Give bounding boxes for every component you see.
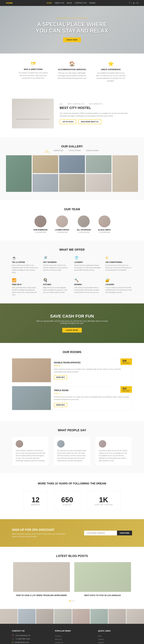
team-avatar-2 — [56, 216, 68, 227]
offer-lockers: 🔐 LOCKERS It is your safety our priority… — [105, 278, 132, 296]
twitter-icon[interactable]: t — [131, 2, 132, 4]
subscribe-button[interactable]: SUBSCRIBE — [117, 530, 132, 536]
gallery-tab-dining[interactable]: DINING ROOMS — [85, 149, 100, 152]
offer-laundry-text: Spend more time exploring and leave the … — [74, 264, 101, 271]
thumb-2[interactable] — [18, 609, 36, 624]
offer-ironing-text: Look smart and presentable with our iron… — [74, 286, 101, 294]
footer-link-services[interactable]: Services — [55, 634, 89, 638]
blog-image-1 — [13, 562, 70, 592]
room-text-2: Perfect for group travelers, our triple … — [54, 396, 129, 401]
hero-title-line1: A SPECIAL PLACE WHERE — [37, 21, 107, 27]
hero-title-line2: YOU CAN STAY AND RELAX — [36, 28, 108, 34]
stat-coffee-label: CUPS OF COFFEE — [94, 504, 113, 506]
room-price-label-1: PER NIGHT — [122, 362, 130, 364]
nav-about[interactable]: ABOUT US — [55, 2, 64, 4]
team-member-2: LAUREN GRANT +1 000 000 1060 — [55, 216, 69, 233]
thumb-7[interactable] — [108, 609, 126, 624]
nav-contact[interactable]: CONTACT US — [75, 2, 86, 4]
testimonial-avatar-2 — [57, 440, 65, 448]
learn-more-button[interactable]: LEARN MORE — [62, 328, 82, 332]
team-avatar-4 — [99, 216, 110, 227]
nav-pages[interactable]: PAGES — [89, 2, 95, 4]
blog-dot-3[interactable] — [74, 600, 75, 602]
facebook-icon[interactable]: f — [129, 2, 129, 4]
thumb-1[interactable] — [0, 609, 18, 624]
thumb-3[interactable] — [36, 609, 54, 624]
footer-quick-blog[interactable]: Blog — [98, 634, 132, 638]
room-title-2: TRIPLE ROOM — [54, 389, 129, 392]
stats-section: MORE THAN 10 YEARS OF FOLLOWING THE DREA… — [0, 473, 144, 519]
room-more-btn-2[interactable]: MORE INFO — [54, 403, 67, 407]
blog-title: LATEST BLOG POSTS — [12, 554, 132, 558]
shower-icon: 🚿 — [43, 256, 70, 260]
thumb-4[interactable] — [54, 609, 72, 624]
offer-lockers-text: It is your safety our priority. We provi… — [105, 286, 132, 294]
stat-awards: 12 AWARDS — [23, 491, 47, 510]
team-grid: SAM ROBINSON +1 000 000 1060 LAUREN GRAN… — [12, 216, 132, 233]
offer-ac-title: AIR CONDITIONING — [105, 261, 132, 263]
email-icon: ✉ — [12, 641, 14, 644]
gallery-tab-living[interactable]: LIVING ROOMS — [67, 149, 82, 152]
offer-ironing-title: IRONING — [74, 284, 101, 286]
wifi-icon: 📶 — [12, 278, 39, 282]
googleplus-icon[interactable]: g+ — [133, 2, 135, 4]
footer-link-contact[interactable]: Contact Us — [55, 641, 89, 644]
blog-post-title-2[interactable]: BEST DAYS TO STAY IN LOS ANGELES — [74, 594, 131, 596]
gallery-item-6 — [33, 174, 58, 192]
testimonials-section: WHAT PEOPLE SAY I had a fantastic experi… — [0, 421, 144, 473]
discount-section: SIGN UP FOR 25% DISCOUNT Want to get lat… — [0, 519, 144, 547]
stat-coffee: 1K CUPS OF COFFEE — [87, 491, 121, 510]
nav-logo[interactable]: HOME — [6, 2, 13, 4]
team-name-2: LAUREN GRANT — [55, 229, 69, 231]
thumb-8[interactable] — [126, 609, 144, 624]
offer-kitchen-title: KITCHEN — [43, 284, 70, 286]
hero-content: WELCOME TO OUR HOSTEL A SPECIAL PLACE WH… — [36, 17, 108, 42]
offer-wifi: 📶 FREE WI-FI Stay connected with our hig… — [12, 278, 39, 296]
feature-experience: ⭐ GREAT EXPERIENCE Our qualified and ski… — [96, 61, 126, 82]
footer-quick-careers[interactable]: Careers — [98, 638, 132, 641]
offer-tea: ☕ TEA & COFFEE Enjoy a fresh cup of coff… — [12, 256, 39, 274]
testimonial-text-2: The staff was very warm that treated mys… — [57, 449, 87, 462]
footer-email-text: info@hostel.com — [15, 641, 29, 644]
room-more-btn-1[interactable]: MORE INFO — [54, 375, 67, 379]
gallery-item-2 — [33, 155, 58, 173]
team-member-4: ELISSA SMITH +1 000 000 1060 — [98, 216, 111, 233]
thumb-6[interactable] — [90, 609, 108, 624]
read-more-button[interactable]: READ MORE ABOUT US — [78, 120, 101, 124]
get-in-touch-button[interactable]: GET IN TOUCH — [60, 120, 76, 124]
desk-surface — [16, 119, 49, 120]
footer-link-about[interactable]: About Us — [55, 638, 89, 641]
stat-coffee-number: 1K — [94, 496, 113, 504]
nav-home[interactable]: HOME — [47, 2, 52, 4]
offer-ac-text: It is never too hot or too cold in our h… — [105, 264, 132, 271]
navigation: HOME HOME ABOUT US BLOG CONTACT US PAGES… — [0, 0, 144, 6]
stat-guests-number: 650 — [61, 496, 73, 504]
discount-email-input[interactable] — [84, 530, 117, 536]
gallery-grid — [6, 155, 138, 193]
team-phone-1: +1 000 000 1060 — [33, 232, 47, 233]
footer-quick-support[interactable]: Support — [98, 641, 132, 644]
gallery-tab-bedrooms[interactable]: BEDROOMS — [52, 149, 64, 152]
laundry-icon: 👕 — [74, 256, 101, 260]
room-stars-1: ★★★★☆ — [54, 365, 129, 367]
linkedin-icon[interactable]: in — [137, 2, 138, 4]
blog-dot-1[interactable] — [69, 600, 70, 602]
about-label-why: WHY CHOOSE US — [68, 103, 85, 105]
room-details-2: $10 PER NIGHT TRIPLE ROOM ★★★☆☆ Perfect … — [51, 386, 132, 410]
testimonials-title: WHAT PEOPLE SAY — [12, 428, 132, 432]
team-phone-2: +1 000 000 1060 — [55, 232, 69, 233]
discount-form: SUBSCRIBE — [84, 530, 132, 536]
gallery-item-7 — [59, 174, 85, 192]
ironing-icon: 🔨 — [74, 278, 101, 282]
gallery-tabs: ALL BEDROOMS LIVING ROOMS DINING ROOMS — [6, 149, 138, 152]
blog-post-title-1[interactable]: HOW TO SAVE A LOT WHEN TRAVELING WORLDWI… — [13, 594, 70, 596]
team-avatar-1 — [34, 216, 46, 227]
nav-blog[interactable]: BLOG — [67, 2, 72, 4]
thumb-5[interactable] — [72, 609, 90, 624]
gallery-tab-all[interactable]: ALL — [44, 149, 50, 152]
book-now-button[interactable]: BOOK NOW — [63, 38, 81, 42]
blog-dot-2[interactable] — [71, 600, 73, 602]
room-price-2: $10 PER NIGHT — [120, 386, 132, 393]
hero-title: A SPECIAL PLACE WHERE YOU CAN STAY AND R… — [36, 21, 108, 34]
testimonial-1: I had a fantastic experience at the host… — [12, 436, 49, 466]
